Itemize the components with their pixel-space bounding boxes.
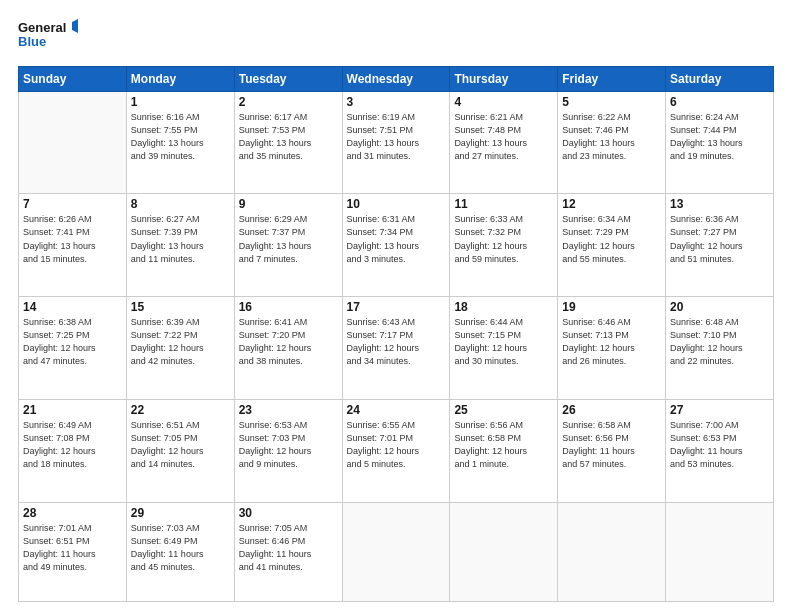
calendar-cell: 6Sunrise: 6:24 AMSunset: 7:44 PMDaylight… <box>666 91 774 194</box>
day-number: 22 <box>131 403 230 417</box>
calendar-cell: 28Sunrise: 7:01 AMSunset: 6:51 PMDayligh… <box>19 502 127 601</box>
day-number: 21 <box>23 403 122 417</box>
day-info: Sunrise: 6:43 AMSunset: 7:17 PMDaylight:… <box>347 316 446 368</box>
day-info: Sunrise: 6:24 AMSunset: 7:44 PMDaylight:… <box>670 111 769 163</box>
calendar-week-2: 7Sunrise: 6:26 AMSunset: 7:41 PMDaylight… <box>19 194 774 297</box>
day-info: Sunrise: 6:41 AMSunset: 7:20 PMDaylight:… <box>239 316 338 368</box>
day-number: 1 <box>131 95 230 109</box>
svg-marker-2 <box>72 18 78 34</box>
calendar-cell: 24Sunrise: 6:55 AMSunset: 7:01 PMDayligh… <box>342 400 450 503</box>
day-info: Sunrise: 6:36 AMSunset: 7:27 PMDaylight:… <box>670 213 769 265</box>
day-number: 3 <box>347 95 446 109</box>
page: General Blue SundayMondayTuesdayWednesda… <box>0 0 792 612</box>
day-number: 30 <box>239 506 338 520</box>
calendar-cell: 29Sunrise: 7:03 AMSunset: 6:49 PMDayligh… <box>126 502 234 601</box>
day-info: Sunrise: 6:51 AMSunset: 7:05 PMDaylight:… <box>131 419 230 471</box>
calendar-cell: 20Sunrise: 6:48 AMSunset: 7:10 PMDayligh… <box>666 297 774 400</box>
calendar-cell: 3Sunrise: 6:19 AMSunset: 7:51 PMDaylight… <box>342 91 450 194</box>
weekday-header-sunday: Sunday <box>19 66 127 91</box>
calendar-cell: 2Sunrise: 6:17 AMSunset: 7:53 PMDaylight… <box>234 91 342 194</box>
calendar-cell: 23Sunrise: 6:53 AMSunset: 7:03 PMDayligh… <box>234 400 342 503</box>
weekday-header-thursday: Thursday <box>450 66 558 91</box>
calendar-cell: 25Sunrise: 6:56 AMSunset: 6:58 PMDayligh… <box>450 400 558 503</box>
day-info: Sunrise: 6:21 AMSunset: 7:48 PMDaylight:… <box>454 111 553 163</box>
calendar-cell <box>666 502 774 601</box>
day-number: 9 <box>239 197 338 211</box>
day-info: Sunrise: 6:38 AMSunset: 7:25 PMDaylight:… <box>23 316 122 368</box>
day-info: Sunrise: 7:01 AMSunset: 6:51 PMDaylight:… <box>23 522 122 574</box>
day-number: 23 <box>239 403 338 417</box>
day-number: 28 <box>23 506 122 520</box>
day-info: Sunrise: 6:31 AMSunset: 7:34 PMDaylight:… <box>347 213 446 265</box>
day-info: Sunrise: 6:39 AMSunset: 7:22 PMDaylight:… <box>131 316 230 368</box>
calendar-cell: 7Sunrise: 6:26 AMSunset: 7:41 PMDaylight… <box>19 194 127 297</box>
day-number: 27 <box>670 403 769 417</box>
day-info: Sunrise: 6:33 AMSunset: 7:32 PMDaylight:… <box>454 213 553 265</box>
day-info: Sunrise: 6:56 AMSunset: 6:58 PMDaylight:… <box>454 419 553 471</box>
calendar-week-5: 28Sunrise: 7:01 AMSunset: 6:51 PMDayligh… <box>19 502 774 601</box>
day-number: 10 <box>347 197 446 211</box>
day-info: Sunrise: 6:44 AMSunset: 7:15 PMDaylight:… <box>454 316 553 368</box>
day-number: 19 <box>562 300 661 314</box>
day-number: 18 <box>454 300 553 314</box>
day-info: Sunrise: 6:55 AMSunset: 7:01 PMDaylight:… <box>347 419 446 471</box>
calendar-cell: 5Sunrise: 6:22 AMSunset: 7:46 PMDaylight… <box>558 91 666 194</box>
calendar-table: SundayMondayTuesdayWednesdayThursdayFrid… <box>18 66 774 602</box>
weekday-header-wednesday: Wednesday <box>342 66 450 91</box>
day-number: 29 <box>131 506 230 520</box>
day-info: Sunrise: 6:53 AMSunset: 7:03 PMDaylight:… <box>239 419 338 471</box>
calendar-cell: 13Sunrise: 6:36 AMSunset: 7:27 PMDayligh… <box>666 194 774 297</box>
calendar-cell <box>558 502 666 601</box>
calendar-cell: 4Sunrise: 6:21 AMSunset: 7:48 PMDaylight… <box>450 91 558 194</box>
calendar-cell: 14Sunrise: 6:38 AMSunset: 7:25 PMDayligh… <box>19 297 127 400</box>
weekday-header-friday: Friday <box>558 66 666 91</box>
day-info: Sunrise: 6:49 AMSunset: 7:08 PMDaylight:… <box>23 419 122 471</box>
calendar-cell: 21Sunrise: 6:49 AMSunset: 7:08 PMDayligh… <box>19 400 127 503</box>
day-info: Sunrise: 6:58 AMSunset: 6:56 PMDaylight:… <box>562 419 661 471</box>
calendar-cell: 19Sunrise: 6:46 AMSunset: 7:13 PMDayligh… <box>558 297 666 400</box>
calendar-cell: 30Sunrise: 7:05 AMSunset: 6:46 PMDayligh… <box>234 502 342 601</box>
day-number: 6 <box>670 95 769 109</box>
day-number: 14 <box>23 300 122 314</box>
calendar-cell: 10Sunrise: 6:31 AMSunset: 7:34 PMDayligh… <box>342 194 450 297</box>
day-number: 11 <box>454 197 553 211</box>
day-info: Sunrise: 7:05 AMSunset: 6:46 PMDaylight:… <box>239 522 338 574</box>
svg-text:General: General <box>18 20 66 35</box>
calendar-cell <box>19 91 127 194</box>
day-number: 17 <box>347 300 446 314</box>
day-number: 15 <box>131 300 230 314</box>
day-info: Sunrise: 6:27 AMSunset: 7:39 PMDaylight:… <box>131 213 230 265</box>
calendar-week-3: 14Sunrise: 6:38 AMSunset: 7:25 PMDayligh… <box>19 297 774 400</box>
calendar-cell <box>450 502 558 601</box>
day-number: 26 <box>562 403 661 417</box>
calendar-cell: 15Sunrise: 6:39 AMSunset: 7:22 PMDayligh… <box>126 297 234 400</box>
day-info: Sunrise: 6:48 AMSunset: 7:10 PMDaylight:… <box>670 316 769 368</box>
calendar-cell: 27Sunrise: 7:00 AMSunset: 6:53 PMDayligh… <box>666 400 774 503</box>
day-info: Sunrise: 7:00 AMSunset: 6:53 PMDaylight:… <box>670 419 769 471</box>
calendar-cell: 22Sunrise: 6:51 AMSunset: 7:05 PMDayligh… <box>126 400 234 503</box>
day-info: Sunrise: 6:26 AMSunset: 7:41 PMDaylight:… <box>23 213 122 265</box>
calendar-cell: 9Sunrise: 6:29 AMSunset: 7:37 PMDaylight… <box>234 194 342 297</box>
svg-text:Blue: Blue <box>18 34 46 49</box>
calendar-cell: 16Sunrise: 6:41 AMSunset: 7:20 PMDayligh… <box>234 297 342 400</box>
calendar-cell: 26Sunrise: 6:58 AMSunset: 6:56 PMDayligh… <box>558 400 666 503</box>
weekday-header-saturday: Saturday <box>666 66 774 91</box>
weekday-header-tuesday: Tuesday <box>234 66 342 91</box>
day-number: 24 <box>347 403 446 417</box>
weekday-header-monday: Monday <box>126 66 234 91</box>
day-info: Sunrise: 6:19 AMSunset: 7:51 PMDaylight:… <box>347 111 446 163</box>
day-info: Sunrise: 6:16 AMSunset: 7:55 PMDaylight:… <box>131 111 230 163</box>
day-number: 7 <box>23 197 122 211</box>
day-number: 20 <box>670 300 769 314</box>
logo: General Blue <box>18 18 78 56</box>
day-info: Sunrise: 6:17 AMSunset: 7:53 PMDaylight:… <box>239 111 338 163</box>
calendar-cell: 1Sunrise: 6:16 AMSunset: 7:55 PMDaylight… <box>126 91 234 194</box>
calendar-cell <box>342 502 450 601</box>
day-number: 8 <box>131 197 230 211</box>
calendar-week-1: 1Sunrise: 6:16 AMSunset: 7:55 PMDaylight… <box>19 91 774 194</box>
day-number: 5 <box>562 95 661 109</box>
calendar-cell: 17Sunrise: 6:43 AMSunset: 7:17 PMDayligh… <box>342 297 450 400</box>
day-info: Sunrise: 7:03 AMSunset: 6:49 PMDaylight:… <box>131 522 230 574</box>
weekday-header-row: SundayMondayTuesdayWednesdayThursdayFrid… <box>19 66 774 91</box>
day-number: 25 <box>454 403 553 417</box>
